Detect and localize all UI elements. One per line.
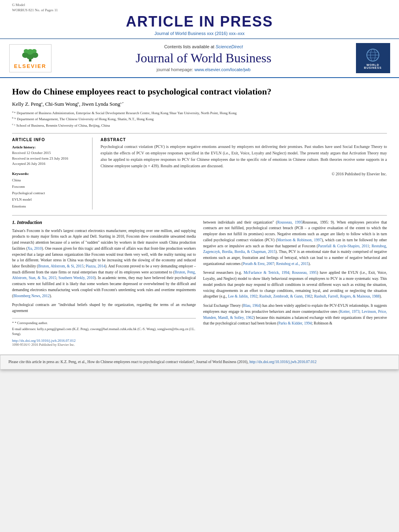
g-model-info: G Model WORBUS 821 No. of Pages 11 [0, 2, 399, 12]
citation-text: Please cite this article in press as: K.… [8, 360, 249, 364]
authors: Kelly Z. Penga, Chi-Sum Wongb, Jiwen Lyn… [12, 101, 387, 107]
homepage-url[interactable]: www.elsevier.com/locate/jwb [194, 67, 250, 72]
keywords-label: Keywords: [12, 172, 86, 176]
ref-piazza2014[interactable]: Piazza, 2014 [86, 264, 105, 268]
right-paragraph3: Social Exchange Theory (Blau, 1964) has … [203, 303, 387, 327]
ref-bruton2015[interactable]: Bruton, Ahlstrom, & Si, 2015 [38, 264, 84, 268]
worbus-text: WORBUS 821 No. of Pages 11 [12, 8, 58, 12]
intro-paragraph1: Taiwan's Foxconn is the world's largest … [12, 228, 196, 299]
journal-subtitle-top: Journal of World Business xxx (2016) xxx… [0, 31, 399, 36]
received-date: Received 12 October 2015 [12, 150, 86, 156]
body-left-col: 1. Introduction Taiwan's Foxconn is the … [12, 220, 196, 347]
ref-mcfarlance1994[interactable]: McFarlance & Tetrick, 1994 [244, 271, 289, 275]
article-in-press-banner: G Model WORBUS 821 No. of Pages 11 ARTIC… [0, 0, 399, 39]
right-paragraph1: between individuals and their organizati… [203, 220, 387, 267]
elsevier-logo-container: ELSEVIER [8, 44, 52, 72]
abstract-text: Psychological contract violation (PCV) i… [101, 144, 387, 169]
keywords-list: China Foxconn Psychological contract EVL… [12, 177, 86, 210]
intro-paragraph2: Psychological contracts are "individual … [12, 302, 196, 314]
sciencedirect-link[interactable]: ScienceDirect [216, 44, 243, 49]
ref-rusbult1982[interactable]: Rusbult, Zembrodt, & Gunn, 1982 [259, 294, 312, 298]
doi-text[interactable]: http://dx.doi.org/10.1016/j.jwb.2016.07.… [12, 339, 76, 343]
article-title: How do Chinese employees react to psycho… [12, 86, 387, 98]
email2-ref: (C.-S. Wong), [138, 327, 156, 331]
ref-southern-weekly[interactable]: Southern Weekly, 2010 [58, 276, 95, 280]
contents-available: Contents lists available at ScienceDirec… [56, 44, 351, 49]
affiliation-a: a ᵃ Department of Business Administratio… [12, 110, 387, 116]
elsevier-tree-icon [18, 47, 42, 62]
svg-point-5 [24, 49, 29, 53]
ref-rousseau1995b[interactable]: Rousseau, 1995 [292, 271, 317, 275]
abstract-col: ABSTRACT Psychological contract violatio… [101, 138, 387, 209]
keyword-psych-contract: Psychological contract [12, 190, 86, 196]
ref-lee1992[interactable]: Lee & Jablin, 1992 [228, 294, 257, 298]
ref-restubog2015b[interactable]: Restubog et al., 2015 [276, 262, 309, 266]
accepted-date: Accepted 26 July 2016 [12, 161, 86, 167]
affiliation-b: b ᵇ Department of Management, The Chines… [12, 116, 387, 122]
article-content: How do Chinese employees react to psycho… [0, 78, 399, 355]
corresponding-note: * * Corresponding author. [12, 321, 196, 326]
ref-bruton-peng[interactable]: Bruton, Peng, Ahlstrom, Stan, & Xu, 2015 [12, 270, 196, 280]
world-business-logo-container: WORLDBUSINESS [355, 43, 391, 73]
citation-doi-link[interactable]: http://dx.doi.org/10.1016/j.jwb.2016.07.… [249, 360, 317, 364]
keyword-evln: EVLN model [12, 196, 86, 203]
world-business-brand-text: WORLDBUSINESS [364, 64, 382, 69]
body-content: 1. Introduction Taiwan's Foxconn is the … [12, 215, 387, 347]
keyword-foxconn: Foxconn [12, 183, 86, 190]
keyword-emotions: Emotions [12, 203, 86, 210]
keyword-china: China [12, 177, 86, 183]
elsevier-logo: ELSEVIER [9, 44, 51, 72]
ref-bloomberg[interactable]: Bloomberg News, 2012 [13, 294, 49, 298]
email-note: E-mail addresses: kelly.z.peng@gmail.com… [12, 327, 196, 337]
article-in-press-title: ARTICLE IN PRESS [0, 13, 399, 30]
article-info-abstract: ARTICLE INFO Article history: Received 1… [12, 133, 387, 209]
journal-main-title: Journal of World Business [56, 51, 351, 66]
ref-levinson1962[interactable]: Levinson, Price, Munden, Mandl, & Solley… [203, 310, 387, 320]
terms-word: terms [160, 303, 169, 307]
affiliation-c: c ᶜ School of Business, Renmin Universit… [12, 122, 387, 129]
contents-label: Contents lists available at [164, 44, 214, 49]
article-info-label: ARTICLE INFO [12, 138, 86, 142]
corresponding-label: * Corresponding author. [14, 321, 47, 325]
ref-porath2007[interactable]: Porath & Erez, 2007 [243, 262, 274, 266]
abstract-section-label: ABSTRACT [101, 138, 387, 142]
elsevier-brand-text: ELSEVIER [14, 63, 46, 69]
journal-homepage: journal homepage: www.elsevier.com/locat… [56, 67, 351, 72]
ref-blau1964[interactable]: Blau, 1964 [243, 304, 260, 308]
svg-point-6 [32, 49, 37, 53]
journal-header: ELSEVIER Contents lists available at Sci… [0, 39, 399, 78]
email2-link[interactable]: cswong@baf.msmail.cuhk.edu.hk [90, 327, 136, 331]
g-model-text: G Model [12, 3, 25, 7]
homepage-label: journal homepage: [156, 67, 193, 72]
right-paragraph2: Several researchers (e.g. McFarlance & T… [203, 270, 387, 300]
page: G Model WORBUS 821 No. of Pages 11 ARTIC… [0, 0, 399, 370]
ref-kotter1973[interactable]: Kotter, 1973 [340, 310, 359, 314]
world-business-logo: WORLDBUSINESS [356, 43, 390, 73]
email1-ref: (K.Z. Peng), [72, 327, 89, 331]
ref-parks1994[interactable]: Parks & Kidder, 1994 [278, 321, 312, 325]
revised-date: Received in revised form 23 July 2016 [12, 156, 86, 162]
footer-notes: * * Corresponding author. E-mail address… [12, 318, 196, 347]
abstract-copyright: © 2016 Published by Elsevier Inc. [101, 172, 387, 176]
email-label: E-mail addresses: [12, 327, 36, 331]
world-business-globe-icon [363, 47, 383, 63]
ref-rusbult1988[interactable]: Rusbult, Farrell, Rogers, & Mainous, 198… [314, 294, 380, 298]
affiliations: a ᵃ Department of Business Administratio… [12, 110, 387, 129]
body-right-col: between individuals and their organizati… [203, 220, 387, 347]
history-label: Article history: [12, 145, 86, 149]
email1-link[interactable]: kelly.z.peng@gmail.com [37, 327, 71, 331]
intro-heading: 1. Introduction [12, 220, 196, 226]
ref-rousseau1995a[interactable]: Rousseau, 1995 [277, 220, 302, 224]
ref-parzefall2011[interactable]: Parzefall & Coyle-Shapiro, 2011 [318, 244, 369, 248]
citation-bar: Please cite this article in press as: K.… [0, 355, 399, 369]
article-info-col: ARTICLE INFO Article history: Received 1… [12, 138, 93, 209]
ref-morrison1997[interactable]: Morrison & Robinson, 1997 [277, 238, 321, 242]
issn-line: 1090-9516/© 2016 Published by Elsevier I… [12, 343, 196, 347]
doi-line[interactable]: http://dx.doi.org/10.1016/j.jwb.2016.07.… [12, 339, 196, 343]
journal-center: Contents lists available at ScienceDirec… [56, 44, 351, 72]
email3-link[interactable]: songjiwen@rbs.org.cn [157, 327, 188, 331]
ref-xu2010[interactable]: Xu, 2010 [27, 246, 41, 251]
